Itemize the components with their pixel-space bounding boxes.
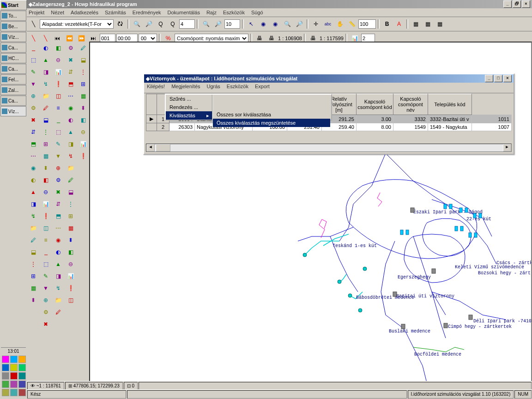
taskbar-item[interactable]: Ca... (0, 42, 26, 53)
tool-button[interactable]: ⊕ (40, 295, 51, 306)
ruler-icon[interactable]: 📏 (346, 18, 357, 30)
tool-button[interactable]: ≡ (40, 235, 51, 246)
tool-button[interactable]: ❗ (53, 79, 64, 90)
taskbar-item[interactable]: Ca... (0, 64, 26, 74)
tool-button[interactable]: ⚙ (40, 307, 51, 318)
taskbar-item[interactable]: Víz... (0, 106, 26, 116)
menu-item[interactable]: Projekt (29, 10, 44, 15)
tool-button[interactable]: ⬍ (65, 235, 76, 246)
tool-button[interactable]: ⬚ (53, 127, 64, 138)
font-button[interactable]: A (393, 18, 405, 30)
menu-item[interactable]: Súgó (251, 10, 263, 15)
tool-button[interactable]: ▲ (28, 187, 39, 198)
menu-item[interactable]: Dokumentálás (168, 10, 200, 15)
menu-item[interactable]: Számítás (105, 10, 126, 15)
tool-button[interactable]: ✎ (53, 139, 64, 150)
child-close[interactable]: × (503, 75, 512, 82)
tool-button[interactable]: ▦ (40, 151, 51, 162)
tool-button[interactable]: ⎯ (40, 247, 51, 258)
tool-button[interactable]: ⇵ (28, 127, 39, 138)
taskbar-item[interactable]: Be... (0, 21, 26, 31)
horizontal-scrollbar[interactable]: ◄ ► (146, 144, 512, 152)
tool-button[interactable]: 📁 (40, 91, 51, 102)
submenu-select-all[interactable]: Összes sor kiválasztása (213, 110, 330, 119)
scroll-thumb[interactable] (156, 144, 170, 151)
tool-button[interactable]: ◐ (28, 175, 39, 186)
globe-icon[interactable]: ◉ (258, 18, 269, 30)
tool-button[interactable]: ⊞ (40, 139, 51, 150)
tool-button[interactable]: ⬚ (40, 259, 51, 270)
tool-button[interactable]: 🖉 (40, 103, 51, 114)
tool-button[interactable]: 📊 (53, 66, 64, 78)
tool-button[interactable]: ◧ (65, 247, 76, 258)
tool-button[interactable]: ⎯ (53, 115, 64, 126)
menu-export[interactable]: Export (255, 84, 270, 92)
tool-button[interactable]: ⊞ (78, 79, 89, 90)
tool-button[interactable]: 📁 (28, 223, 39, 234)
zoom-b-icon[interactable]: Q (167, 18, 178, 30)
tool-button[interactable]: ✎ (28, 66, 39, 78)
find-icon[interactable]: 🔍 (282, 18, 293, 30)
tool-button[interactable]: ✖ (53, 187, 64, 198)
zoom-minus-icon[interactable]: 🔎 (143, 18, 154, 30)
child-titlebar[interactable]: ◈ Víztornyok - üzemállapot : I.időhorizo… (144, 74, 514, 83)
zoom-a-icon[interactable]: Q (155, 18, 166, 30)
tool-button[interactable]: ✖ (28, 115, 39, 126)
taskbar-item[interactable]: HC... (0, 53, 26, 63)
tool-button[interactable]: ◉ (28, 163, 39, 174)
zoom-d-icon[interactable]: 🔎 (212, 18, 224, 30)
tool-button[interactable]: ⋮ (28, 259, 39, 270)
tool-button[interactable]: ⬓ (78, 54, 89, 66)
tool-button[interactable]: ⊞ (28, 271, 39, 282)
main-menubar[interactable]: ProjektNézetAdatkezelésSzámításEredménye… (27, 8, 532, 17)
tool-button[interactable]: ▦ (28, 283, 39, 294)
tool-button[interactable]: ◐ (65, 115, 76, 126)
tool-button[interactable]: ⇵ (65, 66, 76, 78)
taskbar-item[interactable]: Víz... (0, 32, 26, 42)
tool-button[interactable]: ❗ (65, 283, 76, 294)
tool-button[interactable]: ↯ (28, 211, 39, 222)
tool-button[interactable]: 📁 (53, 295, 64, 306)
tool-button[interactable]: 📊 (65, 271, 76, 282)
tool-button[interactable]: ↯ (53, 283, 64, 294)
tool-button[interactable]: ⊕ (53, 163, 64, 174)
taskbar-item[interactable]: Fel... (0, 74, 26, 85)
child-menubar[interactable]: Kilépés! Megjelenítés Ugrás Eszközök Exp… (144, 83, 514, 93)
size-input[interactable] (358, 19, 376, 29)
submenu-deselect-all[interactable]: Összes kiválasztás megszüntetése (213, 119, 330, 127)
menu-item[interactable]: Rajz (206, 10, 217, 15)
zoom-plus-icon[interactable]: 🔍 (131, 18, 142, 30)
globe2-icon[interactable]: ◉ (270, 18, 281, 30)
tool-button[interactable]: ⎯ (28, 42, 39, 54)
menu-tools[interactable]: Eszközök (227, 84, 248, 92)
tool-button[interactable]: ❗ (78, 151, 89, 162)
hand-icon[interactable]: ✋ (334, 18, 345, 30)
child-minimize[interactable]: _ (485, 75, 493, 82)
bold-button[interactable]: B (381, 18, 393, 30)
tool-button[interactable]: ◐ (53, 247, 64, 258)
tool-button[interactable]: ◐ (40, 42, 51, 54)
tool-button[interactable]: ▲ (53, 259, 64, 270)
close-button[interactable]: × (522, 0, 530, 8)
tool-button[interactable]: ⊞ (65, 211, 76, 222)
tool-button[interactable]: ⋮ (78, 66, 89, 78)
tool-button[interactable]: 📁 (65, 163, 76, 174)
submenu-select[interactable]: Kiválasztás▸ (166, 111, 212, 120)
tool-button[interactable]: ⚙ (53, 175, 64, 186)
menu-exit[interactable]: Kilépés! (147, 84, 165, 92)
tool-button[interactable]: 🖉 (78, 42, 89, 54)
zoom-c-icon[interactable]: 🔍 (200, 18, 212, 30)
tool-button[interactable]: 🖉 (28, 235, 39, 246)
tool-button[interactable]: ✖ (40, 319, 51, 330)
menu-jump[interactable]: Ugrás (207, 84, 220, 92)
tray-icons[interactable] (1, 355, 26, 397)
menu-item[interactable]: Nézet (51, 10, 64, 15)
tool-button[interactable]: ⬍ (28, 295, 39, 306)
tool-button[interactable]: ⋯ (28, 151, 39, 162)
tool-button[interactable]: ✖ (65, 54, 76, 66)
find2-icon[interactable]: 🔎 (294, 18, 305, 30)
tool-button[interactable]: ◧ (53, 42, 64, 54)
tool-button[interactable]: 📊 (78, 139, 89, 150)
submenu-sort[interactable]: Rendezés ... (166, 103, 212, 111)
tool-button[interactable]: ⊕ (28, 91, 39, 102)
